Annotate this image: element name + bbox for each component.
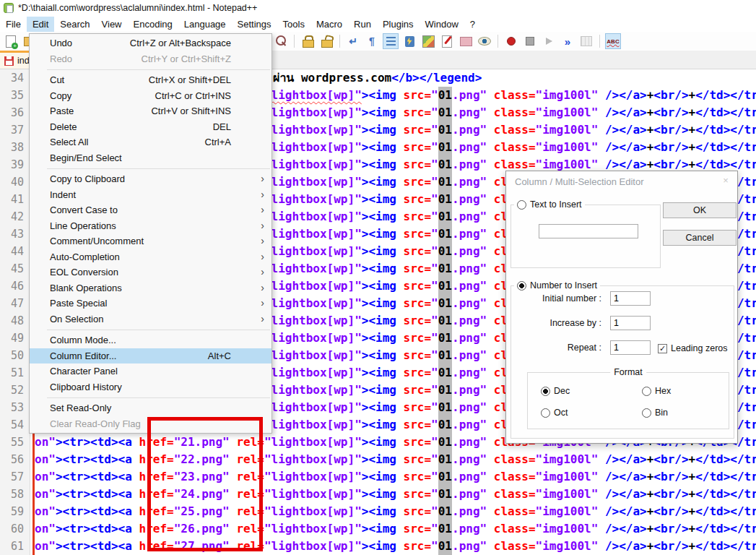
menubar-item-tools[interactable]: Tools [277,17,310,32]
code-segment: </td></tr></ta [695,452,756,466]
code-segment: "lightbox[wp]" [264,400,362,414]
menu-item-begin-end-select[interactable]: Begin/End Select [30,150,271,166]
menu-item-blank-operations[interactable]: Blank Operations› [30,280,271,296]
fast-forward-icon[interactable] [560,33,575,49]
menubar-item-view[interactable]: View [96,17,128,32]
selected-text: 01 [438,468,452,486]
field-input-initial-number[interactable] [610,291,651,306]
code-segment: ><img [362,140,404,154]
menu-item-paste-special[interactable]: Paste Special› [30,296,271,311]
line-number: 55 [0,434,30,451]
menu-item-eol-conversion[interactable]: EOL Conversion› [30,264,271,280]
zoom-out-icon[interactable] [273,33,289,49]
menu-item-character-panel[interactable]: Character Panel [30,363,271,379]
format-label-hex: Hex [655,386,671,396]
menubar-item-help[interactable]: ? [464,17,481,32]
code-segment: </td></tr></ta [695,539,756,553]
menubar-item-macro[interactable]: Macro [310,17,348,32]
menu-separator [47,397,270,398]
menubar-item-encoding[interactable]: Encoding [128,17,178,32]
menu-item-label: Paste [50,106,74,116]
menu-item-delete[interactable]: DeleteDEL [30,119,271,135]
menu-item-label: Character Panel [50,366,118,377]
format-radio-oct[interactable] [541,408,550,418]
show-all-characters-icon[interactable] [364,33,380,49]
lightning-doc-icon[interactable] [401,33,417,49]
menubar-item-language[interactable]: Language [178,17,232,32]
grid-icon[interactable] [578,33,594,49]
spellcheck-abc-icon[interactable] [605,33,621,49]
menu-item-convert-case-to[interactable]: Convert Case to› [30,202,271,218]
menu-item-line-operations[interactable]: Line Operations› [30,218,271,234]
leading-zeros-checkbox[interactable]: ✓ [658,344,667,353]
field-input-increase-by[interactable] [610,316,651,330]
code-segment: src= [404,452,432,466]
menubar-item-run[interactable]: Run [348,17,377,32]
format-radio-bin[interactable] [642,408,651,418]
selected-text: 01 [438,451,452,468]
menu-item-paste[interactable]: PasteCtrl+V or Shift+INS [30,103,271,119]
menubar-item-file[interactable]: File [0,17,27,32]
menu-item-shortcut: Ctrl+A [205,134,231,150]
colored-chart-icon[interactable] [420,33,436,49]
menubar-item-plugins[interactable]: Plugins [377,17,420,32]
ok-button[interactable]: OK [663,202,737,218]
cancel-button[interactable]: Cancel [663,230,737,246]
menu-item-set-read-only[interactable]: Set Read-Only [30,400,271,416]
red-pen-doc-icon[interactable] [439,33,455,49]
selected-text: 01 [438,538,452,555]
menu-item-copy-to-clipboard[interactable]: Copy to Clipboard› [30,171,271,187]
menu-item-indent[interactable]: Indent› [30,187,271,203]
selected-text: 01 [438,330,452,347]
menubar-item-window[interactable]: Window [420,17,464,32]
menubar-item-edit[interactable]: Edit [27,17,54,32]
lock-icon[interactable] [300,33,316,49]
unlock-icon[interactable] [318,33,334,49]
menu-item-comment-uncomment[interactable]: Comment/Uncomment› [30,233,271,249]
field-input-repeat[interactable] [610,340,651,355]
menu-item-auto-completion[interactable]: Auto-Completion› [30,249,271,265]
text-to-insert-radio[interactable] [517,200,526,210]
menu-item-clipboard-history[interactable]: Clipboard History [30,379,271,395]
format-option-hex: Hex [642,386,671,396]
selected-text: 01 [438,364,452,382]
menu-separator [47,330,270,330]
code-segment: </td></tr></ta [695,487,756,501]
menu-item-copy[interactable]: CopyCtrl+C or Ctrl+INS [30,88,271,104]
leading-zeros-label: Leading zeros [671,343,728,353]
code-segment: + [689,470,696,483]
number-to-insert-radio[interactable] [517,281,526,291]
stop-icon[interactable] [522,33,538,49]
menu-item-select-all[interactable]: Select AllCtrl+A [30,134,271,150]
indent-guide-icon[interactable] [383,33,399,49]
menu-item-undo[interactable]: UndoCtrl+Z or Alt+Backspace [30,35,271,51]
format-radio-hex[interactable] [642,387,651,396]
format-radio-dec[interactable] [541,387,550,396]
eye-icon[interactable] [477,33,492,49]
code-segment: + [689,140,696,154]
menu-item-on-selection[interactable]: On Selection› [30,311,271,327]
code-segment: src= [404,418,432,431]
word-wrap-icon[interactable] [345,33,361,49]
annotation-rectangle [147,417,263,551]
play-icon[interactable] [541,33,557,49]
record-icon[interactable] [503,33,519,49]
menubar-item-search[interactable]: Search [54,17,95,32]
toolbar-separator [498,35,498,48]
code-segment: " [431,522,438,535]
menubar-item-settings[interactable]: Settings [232,17,277,32]
new-file-icon[interactable] [3,33,19,49]
code-segment: src= [404,158,432,171]
menu-item-column-mode[interactable]: Column Mode... [30,332,271,348]
menu-item-cut[interactable]: CutCtrl+X or Shift+DEL [30,72,271,88]
code-segment: src= [404,296,432,310]
code-segment: ><img [362,504,404,518]
code-segment: " [431,435,438,449]
text-to-insert-input[interactable] [539,224,638,238]
pink-folder-icon[interactable] [458,33,474,49]
menu-item-column-editor[interactable]: Column Editor...Alt+C [30,348,271,364]
submenu-arrow-icon: › [261,264,264,280]
selected-text: 01 [438,104,452,121]
close-icon[interactable]: × [718,175,733,186]
menu-item-shortcut: Ctrl+Y or Ctrl+Shift+Z [142,51,231,67]
